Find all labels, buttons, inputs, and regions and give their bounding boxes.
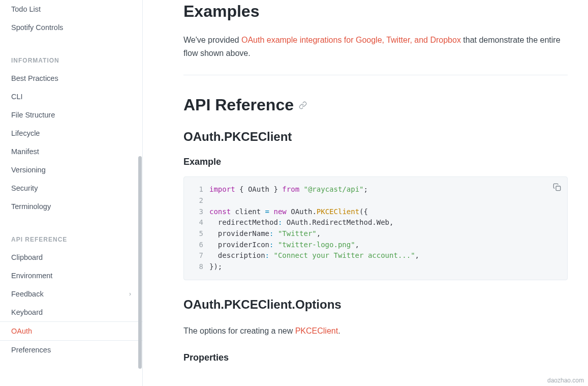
- sidebar-item-label: Security: [11, 184, 38, 192]
- sidebar-section-information: INFORMATION: [0, 48, 142, 69]
- sidebar-item-spotify-controls[interactable]: Spotify Controls: [0, 18, 142, 37]
- sidebar-item-terminology[interactable]: Terminology: [0, 197, 142, 216]
- sidebar-item-label: Spotify Controls: [11, 23, 63, 32]
- sidebar-item-label: Best Practices: [11, 74, 58, 82]
- watermark: daozhao.com: [547, 377, 584, 384]
- sidebar-item-oauth[interactable]: OAuth: [0, 321, 142, 341]
- examples-heading: Examples: [183, 2, 568, 21]
- api-reference-heading: API Reference: [183, 96, 568, 114]
- oauth-examples-link[interactable]: OAuth example integrations for Google, T…: [241, 36, 461, 44]
- sidebar-item-best-practices[interactable]: Best Practices: [0, 69, 142, 87]
- section-divider: [183, 75, 568, 75]
- sidebar-item-manifest[interactable]: Manifest: [0, 142, 142, 161]
- sidebar-item-lifecycle[interactable]: Lifecycle: [0, 124, 142, 142]
- scrollbar-thumb[interactable]: [138, 156, 142, 369]
- sidebar-item-todo-list[interactable]: Todo List: [0, 0, 142, 18]
- sidebar: Todo List Spotify Controls INFORMATION B…: [0, 0, 143, 386]
- sidebar-item-label: Terminology: [11, 202, 51, 211]
- sidebar-item-label: OAuth: [11, 327, 32, 335]
- sidebar-item-label: Feedback: [11, 290, 44, 298]
- sidebar-item-keyboard[interactable]: Keyboard: [0, 303, 142, 321]
- options-paragraph: The options for creating a new PKCEClien…: [183, 324, 568, 338]
- sidebar-item-label: Preferences: [11, 346, 51, 354]
- sidebar-section-api-reference: API REFERENCE: [0, 227, 142, 248]
- sidebar-item-label: Manifest: [11, 147, 39, 156]
- pkce-options-heading: OAuth.PKCEClient.Options: [183, 298, 568, 312]
- code-example: 1import { OAuth } from "@raycast/api"; 2…: [183, 176, 568, 280]
- main-content: Examples We've provided OAuth example in…: [143, 0, 588, 386]
- sidebar-item-preferences[interactable]: Preferences: [0, 341, 142, 359]
- sidebar-item-cli[interactable]: CLI: [0, 87, 142, 106]
- pkceclient-link[interactable]: PKCEClient: [295, 326, 338, 335]
- sidebar-item-label: File Structure: [11, 111, 55, 119]
- sidebar-item-label: Clipboard: [11, 253, 43, 261]
- sidebar-item-label: Environment: [11, 272, 52, 280]
- sidebar-item-label: Lifecycle: [11, 129, 40, 137]
- example-subheading: Example: [183, 157, 568, 167]
- pkce-client-heading: OAuth.PKCEClient: [183, 130, 568, 144]
- sidebar-item-clipboard[interactable]: Clipboard: [0, 248, 142, 266]
- sidebar-item-label: Versioning: [11, 166, 46, 174]
- copy-button[interactable]: [553, 183, 561, 195]
- svg-rect-0: [556, 186, 561, 191]
- sidebar-item-file-structure[interactable]: File Structure: [0, 106, 142, 124]
- sidebar-item-feedback[interactable]: Feedback ›: [0, 285, 142, 303]
- sidebar-item-environment[interactable]: Environment: [0, 266, 142, 285]
- sidebar-item-versioning[interactable]: Versioning: [0, 161, 142, 179]
- sidebar-item-label: Todo List: [11, 5, 41, 13]
- sidebar-item-label: CLI: [11, 93, 23, 101]
- properties-subheading: Properties: [183, 352, 568, 363]
- chevron-right-icon: ›: [129, 290, 131, 298]
- examples-paragraph: We've provided OAuth example integration…: [183, 34, 568, 60]
- sidebar-item-label: Keyboard: [11, 308, 43, 316]
- anchor-link-icon[interactable]: [299, 101, 307, 109]
- sidebar-item-security[interactable]: Security: [0, 179, 142, 197]
